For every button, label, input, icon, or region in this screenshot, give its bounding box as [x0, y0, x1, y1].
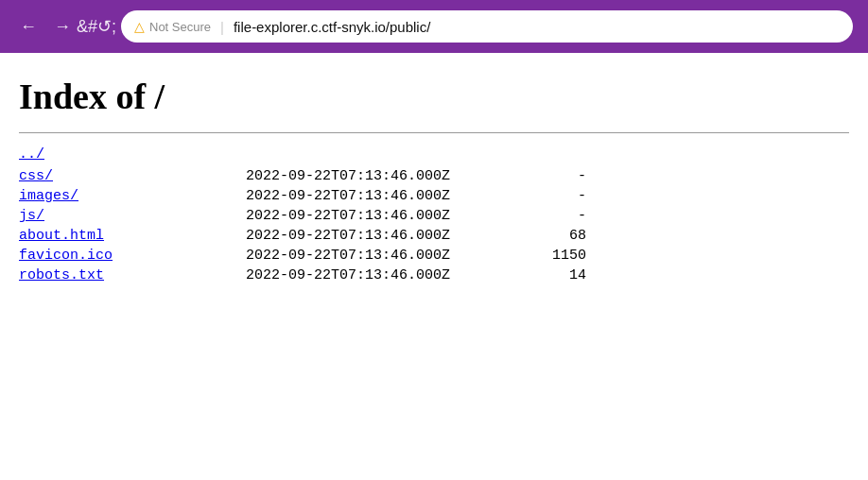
- file-date: 2022-09-22T07:13:46.000Z: [246, 267, 511, 283]
- list-item: css/ 2022-09-22T07:13:46.000Z -: [19, 168, 849, 184]
- nav-buttons: ← → &#↺;: [15, 13, 110, 40]
- file-size: 1150: [511, 248, 586, 264]
- warning-icon: △: [134, 19, 145, 34]
- forward-button[interactable]: →: [49, 13, 76, 40]
- divider: [19, 132, 849, 133]
- reload-button[interactable]: &#↺;: [83, 13, 110, 40]
- browser-chrome: ← → &#↺; △ Not Secure | file-explorer.c.…: [0, 0, 868, 53]
- file-link-favicon[interactable]: favicon.ico: [19, 248, 246, 264]
- page-title: Index of /: [19, 76, 849, 117]
- url-text: file-explorer.c.ctf-snyk.io/public/: [234, 19, 430, 35]
- file-date: 2022-09-22T07:13:46.000Z: [246, 248, 511, 264]
- separator: |: [220, 19, 224, 35]
- list-item: favicon.ico 2022-09-22T07:13:46.000Z 115…: [19, 248, 849, 264]
- file-link-css[interactable]: css/: [19, 168, 246, 184]
- page-content: Index of / ../ css/ 2022-09-22T07:13:46.…: [0, 53, 868, 306]
- file-size: 14: [511, 267, 586, 283]
- file-size: -: [511, 188, 586, 204]
- security-warning: △ Not Secure: [134, 19, 211, 34]
- file-link-images[interactable]: images/: [19, 188, 246, 204]
- file-link-parent[interactable]: ../: [19, 146, 246, 163]
- list-item: ../: [19, 146, 849, 163]
- list-item: about.html 2022-09-22T07:13:46.000Z 68: [19, 228, 849, 244]
- list-item: js/ 2022-09-22T07:13:46.000Z -: [19, 208, 849, 224]
- file-date: 2022-09-22T07:13:46.000Z: [246, 208, 511, 224]
- file-link-about[interactable]: about.html: [19, 228, 246, 244]
- address-bar[interactable]: △ Not Secure | file-explorer.c.ctf-snyk.…: [121, 10, 853, 43]
- file-link-robots[interactable]: robots.txt: [19, 267, 246, 283]
- back-button[interactable]: ←: [15, 13, 42, 40]
- file-listing: ../ css/ 2022-09-22T07:13:46.000Z - imag…: [19, 146, 849, 283]
- file-date: 2022-09-22T07:13:46.000Z: [246, 188, 511, 204]
- file-date: 2022-09-22T07:13:46.000Z: [246, 168, 511, 184]
- file-size: -: [511, 208, 586, 224]
- list-item: images/ 2022-09-22T07:13:46.000Z -: [19, 188, 849, 204]
- file-link-js[interactable]: js/: [19, 208, 246, 224]
- file-size: 68: [511, 228, 586, 244]
- list-item: robots.txt 2022-09-22T07:13:46.000Z 14: [19, 267, 849, 283]
- file-size: -: [511, 168, 586, 184]
- security-label: Not Secure: [149, 20, 211, 34]
- file-date: 2022-09-22T07:13:46.000Z: [246, 228, 511, 244]
